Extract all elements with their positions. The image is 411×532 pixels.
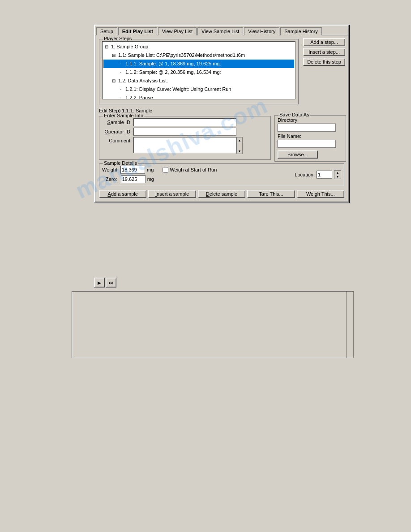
skip-button[interactable]: ⏭ (106, 278, 116, 287)
tree-item-1-2-label: 1.2: Data Analysis List: (118, 78, 168, 83)
sample-id-row: Sample ID: (102, 118, 268, 126)
insert-sample-button[interactable]: Insert a sample (148, 190, 196, 198)
player-controls: ▶ ⏭ (94, 278, 116, 287)
player-steps-label: Player Steps (103, 36, 133, 41)
tree-item-1-1[interactable]: ⊟ 1.1: Sample List: C:\PE\pyris35702\Met… (103, 51, 294, 60)
weight-unit: mg (147, 167, 154, 172)
tree-item-1-2-2[interactable]: · 1.2.2: Pause: (103, 94, 294, 99)
edit-section: Enter Sample Info Sample ID: Operator ID… (97, 114, 346, 162)
operator-id-label: Operator ID: (102, 129, 133, 134)
operator-id-row: Operator ID: (102, 128, 268, 136)
weigh-checkbox-label: Weigh at Start of Run (170, 167, 217, 172)
expand-icon-1-1-1: · (118, 60, 124, 68)
tab-view-history[interactable]: View History (244, 27, 279, 35)
tree-item-1-1-2[interactable]: · 1.1.2: Sample: @ 2, 20.356 mg, 16.534 … (103, 68, 294, 77)
expand-icon-1-1: ⊟ (111, 52, 117, 59)
save-data-label: Save Data As (278, 112, 310, 117)
location-container: Location: ▲ ▼ (295, 170, 341, 179)
play-button[interactable]: ▶ (94, 278, 105, 287)
tab-view-sample-list[interactable]: View Sample List (197, 27, 243, 35)
tree-area[interactable]: ⊟ 1: Sample Group: ⊟ 1.1: Sample List: C… (102, 41, 295, 99)
sample-details-label: Sample Details (103, 160, 138, 166)
tab-setup[interactable]: Setup (96, 27, 117, 35)
step-buttons: Add a step... Insert a step... Delete th… (302, 37, 346, 106)
directory-input[interactable] (278, 124, 336, 132)
zero-label: Zero: (102, 176, 117, 182)
location-spinner: ▲ ▼ (334, 170, 341, 179)
bottom-buttons: Add a sample Insert a sample Delete samp… (97, 188, 346, 200)
zero-unit: mg (147, 176, 154, 182)
tree-item-1-2[interactable]: ⊟ 1.2: Data Analysis List: (103, 77, 294, 85)
tree-item-1-1-2-label: 1.1.2: Sample: @ 2, 20.356 mg, 16.534 mg… (125, 69, 221, 75)
add-step-button[interactable]: Add a step... (303, 38, 345, 46)
location-down-button[interactable]: ▼ (334, 175, 341, 179)
location-label: Location: (295, 172, 315, 177)
sample-id-label: Sample ID: (102, 120, 133, 125)
tab-bar: Setup Edit Play List View Play List View… (95, 26, 348, 35)
delete-step-button[interactable]: Delete this step (303, 58, 345, 66)
sample-details-group: Sample Details Weight: mg Weigh at Start… (99, 163, 344, 186)
expand-icon-1-2-2: · (118, 94, 124, 99)
player-steps-group: Player Steps ⊟ 1: Sample Group: ⊟ 1.1: S… (99, 39, 299, 104)
expand-icon-1-2-1: · (118, 86, 124, 93)
zero-row: Zero: mg (102, 175, 217, 183)
weigh-at-start-checkbox[interactable] (163, 167, 168, 173)
expand-icon-1-2: ⊟ (111, 77, 117, 85)
tab-sample-history[interactable]: Sample History (280, 27, 322, 35)
file-name-label: File Name: (278, 133, 343, 139)
output-scrollbar[interactable] (346, 292, 353, 358)
tree-item-1-1-1-label: 1.1.1: Sample: @ 1, 18.369 mg, 19.625 mg… (125, 61, 221, 66)
tree-item-1[interactable]: ⊟ 1: Sample Group: (103, 43, 294, 51)
weigh-button[interactable]: Weigh This... (297, 190, 344, 198)
location-input[interactable] (317, 171, 332, 179)
expand-icon-1: ⊟ (103, 43, 110, 51)
tree-item-1-2-2-label: 1.2.2: Pause: (125, 95, 154, 99)
location-up-button[interactable]: ▲ (334, 171, 341, 175)
sample-id-input[interactable] (133, 118, 236, 126)
tree-item-1-1-1[interactable]: · 1.1.1: Sample: @ 1, 18.369 mg, 19.625 … (103, 60, 294, 68)
operator-id-input[interactable] (133, 128, 236, 136)
main-window: Setup Edit Play List View Play List View… (94, 25, 349, 203)
insert-step-button[interactable]: Insert a step... (303, 48, 345, 56)
comment-label: Comment: (102, 137, 133, 143)
tree-item-1-label: 1: Sample Group: (111, 44, 150, 49)
weight-row: Weight: mg Weigh at Start of Run (102, 166, 217, 174)
directory-label: Directory: (278, 117, 343, 123)
tree-item-1-1-label: 1.1: Sample List: C:\PE\pyris35702\Metho… (118, 52, 245, 58)
weight-label: Weight: (102, 167, 119, 172)
save-data-group: Save Data As Directory: File Name: Brows… (274, 115, 346, 162)
zero-input[interactable] (121, 175, 146, 183)
delete-sample-button[interactable]: Delete sample (198, 190, 245, 198)
expand-icon-1-1-2: · (118, 69, 124, 76)
comment-input[interactable] (133, 137, 236, 153)
enter-sample-info-label: Enter Sample Info (103, 113, 144, 118)
tree-item-1-2-1[interactable]: · 1.2.1: Display Curve: Weight: Using Cu… (103, 85, 294, 94)
comment-scroll-up[interactable]: ▲ (237, 137, 242, 143)
tab-edit-play-list[interactable]: Edit Play List (118, 27, 157, 35)
add-sample-button[interactable]: Add a sample (99, 190, 146, 198)
tree-item-1-2-1-label: 1.2.1: Display Curve: Weight: Using Curr… (125, 86, 231, 92)
file-name-input[interactable] (278, 140, 336, 148)
enter-sample-info-group: Enter Sample Info Sample ID: Operator ID… (99, 116, 271, 160)
tare-button[interactable]: Tare This... (247, 190, 295, 198)
comment-scroll-down[interactable]: ▼ (237, 148, 242, 154)
output-area (72, 291, 354, 358)
tab-content: Player Steps ⊟ 1: Sample Group: ⊟ 1.1: S… (95, 35, 348, 202)
tab-view-play-list[interactable]: View Play List (158, 27, 197, 35)
comment-row: Comment: ▲ ▼ (102, 137, 268, 154)
browse-button[interactable]: Browse... (278, 150, 318, 159)
weight-input[interactable] (120, 166, 145, 174)
